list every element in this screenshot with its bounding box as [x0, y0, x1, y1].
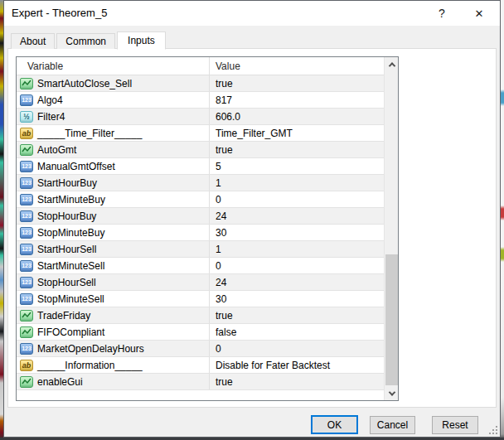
- variable-value[interactable]: 30: [216, 227, 226, 239]
- scroll-down-button[interactable]: [385, 386, 399, 400]
- bool-type-icon: [20, 144, 33, 156]
- table-row[interactable]: enableGuitrue: [17, 374, 384, 390]
- reset-button[interactable]: Reset: [432, 416, 478, 434]
- variable-value[interactable]: true: [216, 310, 233, 322]
- variable-value[interactable]: 24: [216, 277, 226, 288]
- tab-inputs[interactable]: Inputs: [117, 31, 166, 50]
- variable-name: StartHourSell: [37, 244, 96, 255]
- table-row[interactable]: 123StopMinuteBuy30: [17, 225, 384, 241]
- cancel-button[interactable]: Cancel: [370, 416, 415, 434]
- variable-name: AutoGmt: [37, 144, 76, 156]
- variable-value[interactable]: 1: [216, 244, 221, 255]
- variable-value-cell[interactable]: 1: [210, 241, 384, 257]
- column-header-value[interactable]: Value: [210, 57, 398, 75]
- table-header: Variable Value: [17, 57, 398, 75]
- variable-value[interactable]: true: [216, 376, 233, 388]
- ok-button[interactable]: OK: [311, 415, 358, 434]
- inputs-tab-page: Variable Value SmartAutoClose_Selltrue12…: [7, 48, 497, 408]
- variable-name-cell: 123MarketOpenDelayHours: [17, 341, 210, 356]
- int-type-icon: 123: [20, 177, 33, 189]
- variable-name: StopMinuteSell: [37, 293, 104, 305]
- int-type-icon: 123: [20, 343, 33, 355]
- table-row[interactable]: 123ManualGmtOffset5: [17, 158, 384, 175]
- variable-value-cell[interactable]: true: [210, 75, 384, 91]
- variable-value[interactable]: 1: [216, 177, 221, 189]
- tab-common[interactable]: Common: [56, 33, 115, 49]
- table-row[interactable]: ½Filter4606.0: [17, 109, 384, 125]
- variable-name: ManualGmtOffset: [37, 161, 115, 172]
- ok-button-label: OK: [327, 419, 342, 431]
- variable-value-cell[interactable]: 30: [210, 291, 384, 307]
- column-header-label: Value: [216, 60, 240, 72]
- variable-value-cell[interactable]: 606.0: [210, 109, 384, 124]
- variable-value[interactable]: Disable for Fater Backtest: [216, 360, 330, 371]
- int-type-icon: 123: [20, 293, 33, 305]
- table-row[interactable]: 123Algo4817: [17, 92, 384, 109]
- variable-value[interactable]: 5: [216, 161, 221, 172]
- variable-value-cell[interactable]: 5: [210, 158, 384, 174]
- column-header-variable[interactable]: Variable: [17, 57, 210, 75]
- variable-name-cell: ab_____Information_____: [17, 357, 210, 373]
- variable-value[interactable]: false: [216, 326, 236, 338]
- scroll-up-button[interactable]: [385, 57, 399, 71]
- table-row[interactable]: 123StopHourSell24: [17, 274, 384, 291]
- table-row[interactable]: 123StartMinuteSell0: [17, 258, 384, 274]
- table-row[interactable]: AutoGmttrue: [17, 142, 384, 158]
- variable-value-cell[interactable]: true: [210, 374, 384, 389]
- bool-type-icon: [20, 326, 33, 338]
- variable-value[interactable]: true: [216, 78, 233, 89]
- variable-value-cell[interactable]: 0: [210, 191, 384, 207]
- variable-value[interactable]: 0: [216, 343, 221, 355]
- tab-strip: About Common Inputs: [11, 31, 167, 49]
- help-button[interactable]: ?: [429, 1, 455, 26]
- table-row[interactable]: TradeFridaytrue: [17, 307, 384, 324]
- resize-grip-icon[interactable]: [489, 426, 497, 434]
- variable-value[interactable]: true: [216, 144, 233, 156]
- table-row[interactable]: 123StopHourBuy24: [17, 208, 384, 225]
- variable-value-cell[interactable]: 30: [210, 225, 384, 240]
- variable-value[interactable]: 0: [216, 260, 221, 272]
- table-row[interactable]: 123StopMinuteSell30: [17, 291, 384, 307]
- variable-name-cell: 123StopMinuteBuy: [17, 225, 210, 240]
- int-type-icon: 123: [20, 210, 33, 222]
- variable-name-cell: SmartAutoClose_Sell: [17, 75, 210, 91]
- variable-value[interactable]: 24: [216, 210, 226, 222]
- vertical-scrollbar[interactable]: [384, 57, 398, 400]
- variable-value[interactable]: 0: [216, 194, 221, 205]
- variable-name: Algo4: [37, 94, 63, 106]
- table-row[interactable]: 123StartHourSell1: [17, 241, 384, 258]
- table-row[interactable]: 123StartHourBuy1: [17, 175, 384, 191]
- variable-name: _____Time_Filter_____: [37, 128, 142, 139]
- variable-value[interactable]: 30: [216, 293, 226, 305]
- parameters-table: Variable Value SmartAutoClose_Selltrue12…: [16, 56, 399, 401]
- variable-value-cell[interactable]: 1: [210, 175, 384, 191]
- table-row[interactable]: SmartAutoClose_Selltrue: [17, 75, 384, 92]
- variable-name-cell: 123ManualGmtOffset: [17, 158, 210, 174]
- variable-value-cell[interactable]: false: [210, 324, 384, 340]
- variable-value-cell[interactable]: 24: [210, 274, 384, 290]
- close-button[interactable]: ✕: [466, 1, 492, 26]
- table-row[interactable]: ab_____Information_____Disable for Fater…: [17, 357, 384, 374]
- variable-name: StopMinuteBuy: [37, 227, 104, 239]
- variable-value-cell[interactable]: true: [210, 307, 384, 323]
- variable-value[interactable]: 817: [216, 94, 232, 106]
- variable-value-cell[interactable]: 24: [210, 208, 384, 224]
- table-row[interactable]: ab_____Time_Filter_____Time_Filter_GMT: [17, 125, 384, 142]
- variable-value-cell[interactable]: Time_Filter_GMT: [210, 125, 384, 141]
- tab-about[interactable]: About: [11, 33, 55, 49]
- variable-value-cell[interactable]: 0: [210, 258, 384, 273]
- variable-name: StartMinuteSell: [37, 260, 104, 272]
- variable-value[interactable]: Time_Filter_GMT: [216, 128, 293, 139]
- tab-label: Common: [65, 36, 106, 47]
- scrollbar-thumb[interactable]: [385, 254, 398, 385]
- variable-name-cell: AutoGmt: [17, 142, 210, 157]
- table-row[interactable]: 123StartMinuteBuy0: [17, 191, 384, 208]
- variable-value-cell[interactable]: true: [210, 142, 384, 157]
- table-row[interactable]: FIFOCompliantfalse: [17, 324, 384, 341]
- variable-value-cell[interactable]: Disable for Fater Backtest: [210, 357, 384, 373]
- variable-value[interactable]: 606.0: [216, 111, 240, 123]
- variable-name: StopHourSell: [37, 277, 96, 288]
- variable-value-cell[interactable]: 0: [210, 341, 384, 356]
- table-row[interactable]: 123MarketOpenDelayHours0: [17, 341, 384, 357]
- variable-value-cell[interactable]: 817: [210, 92, 384, 108]
